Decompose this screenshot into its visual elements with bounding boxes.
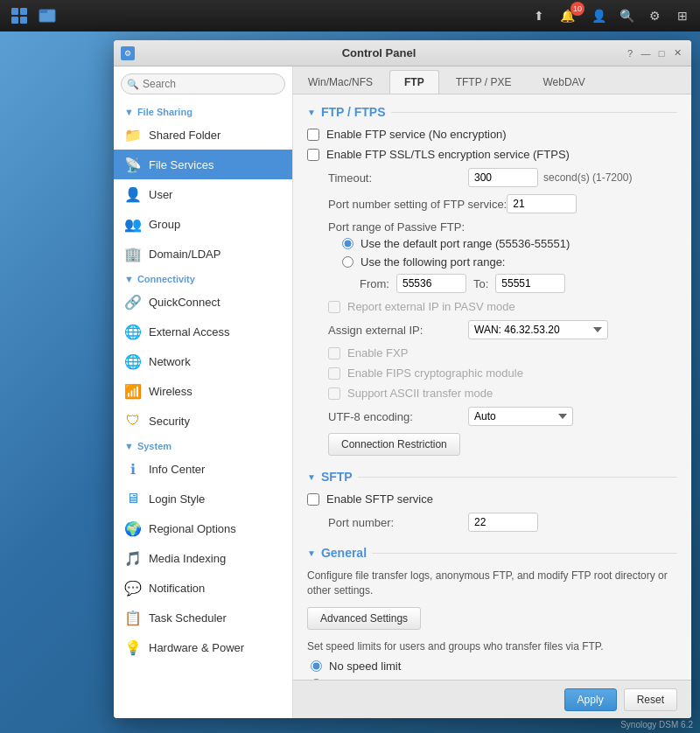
sidebar-item-network[interactable]: 🌐 Network <box>114 346 292 376</box>
upload-icon[interactable]: ⬆ <box>528 5 550 26</box>
control-panel-window: ⚙ Control Panel ? — □ ✕ 🔍 ▼ File Sharing <box>114 40 691 718</box>
general-collapse-arrow[interactable]: ▼ <box>307 548 316 558</box>
sidebar-item-shared-folder[interactable]: 📁 Shared Folder <box>114 120 292 150</box>
tab-tftp-pxe[interactable]: TFTP / PXE <box>441 70 527 94</box>
assign-external-ip-label: Assign external IP: <box>328 324 468 337</box>
window-logo: ⚙ <box>121 46 135 60</box>
svg-rect-2 <box>11 17 18 24</box>
enable-ftps-checkbox[interactable] <box>307 149 319 161</box>
support-ascii-row: Support ASCII transfer mode <box>307 387 677 400</box>
enable-fips-checkbox[interactable] <box>328 367 340 380</box>
general-description: Configure file transfer logs, anonymous … <box>307 569 677 598</box>
general-section-title: General <box>321 546 367 560</box>
grid-icon[interactable]: ⊞ <box>672 5 693 26</box>
default-port-radio[interactable] <box>342 238 354 249</box>
enable-sftp-label[interactable]: Enable SFTP service <box>326 492 433 506</box>
following-port-radio[interactable] <box>342 256 354 268</box>
utf8-select[interactable]: Auto Enable Disable <box>468 407 573 426</box>
close-button[interactable]: ✕ <box>670 46 684 60</box>
search-input[interactable] <box>121 73 285 94</box>
sftp-collapse-arrow[interactable]: ▼ <box>307 472 316 482</box>
sidebar-item-login-style[interactable]: 🖥 Login Style <box>114 484 292 513</box>
sidebar-item-media-indexing[interactable]: 🎵 Media Indexing <box>114 543 292 573</box>
settings-icon[interactable]: ⚙ <box>644 5 665 26</box>
sidebar-item-wireless[interactable]: 📶 Wireless <box>114 376 292 406</box>
watermark: Synology DSM 6.2 <box>620 720 693 730</box>
sidebar-label-ea: External Access <box>149 325 230 339</box>
support-ascii-checkbox[interactable] <box>328 387 340 400</box>
sidebar-item-group[interactable]: 👥 Group <box>114 209 292 239</box>
to-input[interactable] <box>495 274 565 293</box>
utf8-label: UTF-8 encoding: <box>328 410 468 423</box>
reset-button[interactable]: Reset <box>624 688 677 711</box>
user-icon[interactable]: 👤 <box>588 5 609 26</box>
connection-restriction-button[interactable]: Connection Restriction <box>328 433 460 456</box>
sidebar-item-security[interactable]: 🛡 Security <box>114 406 292 436</box>
apply-button[interactable]: Apply <box>564 688 617 711</box>
port-range-values-row: From: To: <box>307 274 677 293</box>
sidebar-item-user[interactable]: 👤 User <box>114 179 292 209</box>
default-port-label[interactable]: Use the default port range (55536-55551) <box>360 237 570 250</box>
minimize-button[interactable]: — <box>639 46 653 60</box>
taskbar-left <box>7 3 60 28</box>
enable-sftp-checkbox[interactable] <box>307 493 319 506</box>
timeout-input[interactable] <box>468 168 538 187</box>
sftp-port-input[interactable] <box>468 513 538 532</box>
ftp-collapse-arrow[interactable]: ▼ <box>307 108 316 117</box>
window-title: Control Panel <box>135 46 623 59</box>
no-speed-limit-radio[interactable] <box>311 660 322 672</box>
report-external-ip-label[interactable]: Report external IP in PASV mode <box>347 300 515 313</box>
from-input[interactable] <box>396 274 466 293</box>
filemanager-icon[interactable] <box>35 3 60 28</box>
network-icon: 🌐 <box>124 353 142 370</box>
tab-ftp[interactable]: FTP <box>389 70 439 94</box>
sidebar-item-info-center[interactable]: ℹ Info Center <box>114 454 292 484</box>
sftp-port-label: Port number: <box>328 516 468 529</box>
advanced-settings-button[interactable]: Advanced Settings <box>307 607 421 630</box>
enable-fxp-checkbox[interactable] <box>328 347 340 360</box>
enable-fips-row: Enable FIPS cryptographic module <box>307 366 677 380</box>
tab-webdav[interactable]: WebDAV <box>528 70 599 94</box>
search-icon[interactable]: 🔍 <box>616 5 637 26</box>
collapse-arrow-file-sharing: ▼ <box>124 107 134 117</box>
sidebar-label-notif: Notification <box>149 582 205 595</box>
tab-win-mac-nfs[interactable]: Win/Mac/NFS <box>293 70 388 94</box>
assign-external-ip-select[interactable]: WAN: 46.32.53.20 <box>468 320 608 339</box>
sidebar-item-notification[interactable]: 💬 Notification <box>114 573 292 603</box>
section-label-system: System <box>137 441 172 451</box>
timeout-row: Timeout: second(s) (1-7200) <box>307 168 677 187</box>
sftp-section-header: ▼ SFTP <box>307 470 677 484</box>
port-range-label-row: Port range of Passive FTP: <box>307 220 677 234</box>
connection-restriction-area: Connection Restriction <box>307 433 677 456</box>
sidebar-item-file-services[interactable]: 📡 File Services <box>114 150 292 179</box>
ftp-section-title: FTP / FTPS <box>321 105 386 119</box>
media-icon: 🎵 <box>124 549 142 567</box>
help-button[interactable]: ? <box>623 46 637 60</box>
svg-rect-0 <box>11 8 18 15</box>
sidebar-item-domain-ldap[interactable]: 🏢 Domain/LDAP <box>114 239 292 269</box>
enable-fips-label[interactable]: Enable FIPS cryptographic module <box>347 366 523 380</box>
sidebar-item-hardware-power[interactable]: 💡 Hardware & Power <box>114 632 292 662</box>
report-external-ip-checkbox[interactable] <box>328 301 340 313</box>
sidebar-item-regional-options[interactable]: 🌍 Regional Options <box>114 513 292 543</box>
enable-ftps-label[interactable]: Enable FTP SSL/TLS encryption service (F… <box>326 148 570 161</box>
section-system[interactable]: ▼ System <box>114 436 292 454</box>
sidebar-item-quickconnect[interactable]: 🔗 QuickConnect <box>114 287 292 317</box>
section-file-sharing[interactable]: ▼ File Sharing <box>114 101 292 120</box>
group-icon: 👥 <box>124 215 142 233</box>
sidebar-item-task-scheduler[interactable]: 📋 Task Scheduler <box>114 603 292 632</box>
collapse-arrow-system: ▼ <box>124 441 134 451</box>
to-label: To: <box>473 277 488 290</box>
dashboard-icon[interactable] <box>7 3 32 28</box>
maximize-button[interactable]: □ <box>654 46 668 60</box>
support-ascii-label[interactable]: Support ASCII transfer mode <box>347 387 493 400</box>
following-port-label[interactable]: Use the following port range: <box>360 255 505 269</box>
enable-fxp-label[interactable]: Enable FXP <box>347 346 408 360</box>
enable-ftp-label[interactable]: Enable FTP service (No encryption) <box>326 128 507 141</box>
no-speed-limit-label[interactable]: No speed limit <box>329 660 401 673</box>
section-connectivity[interactable]: ▼ Connectivity <box>114 269 292 287</box>
enable-ftp-checkbox[interactable] <box>307 129 319 141</box>
qc-icon: 🔗 <box>124 293 142 311</box>
sidebar-item-external-access[interactable]: 🌐 External Access <box>114 317 292 346</box>
port-ftp-input[interactable] <box>507 194 577 213</box>
